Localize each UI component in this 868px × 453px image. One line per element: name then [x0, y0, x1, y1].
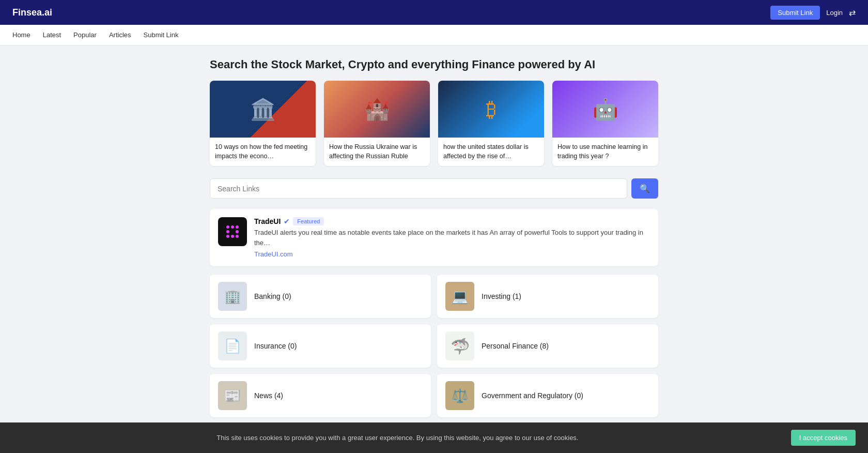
page-title: Search the Stock Market, Crypto and ever… — [210, 58, 658, 71]
category-img-banking: 🏢 — [218, 282, 247, 311]
svg-point-7 — [236, 235, 239, 238]
featured-logo — [218, 217, 247, 246]
category-banking[interactable]: 🏢 Banking (0) — [210, 275, 431, 318]
verified-icon: ✔ — [284, 217, 290, 225]
category-news[interactable]: 📰 News (4) — [210, 374, 431, 417]
article-title-0: 10 ways on how the fed meeting impacts t… — [215, 143, 311, 161]
category-insurance[interactable]: 📄 Insurance (0) — [210, 324, 431, 368]
category-img-investing: 💻 — [445, 282, 474, 311]
cookie-banner: This site uses cookies to provide you wi… — [0, 422, 868, 453]
article-image-0: 🏛️ — [210, 81, 316, 138]
featured-content: TradeUI ✔ Featured TradeUI alerts you re… — [254, 217, 650, 258]
article-image-3: 🤖 — [552, 81, 658, 138]
submit-link-button[interactable]: Submit Link — [770, 6, 820, 20]
categories-grid: 🏢 Banking (0) 💻 Investing (1) 📄 Insuranc… — [210, 275, 658, 417]
cookie-text: This site uses cookies to provide you wi… — [12, 434, 783, 442]
category-personal-finance[interactable]: 🦈 Personal Finance (8) — [437, 324, 658, 368]
nav-popular[interactable]: Popular — [73, 31, 97, 39]
featured-listing[interactable]: TradeUI ✔ Featured TradeUI alerts you re… — [210, 209, 658, 266]
category-investing[interactable]: 💻 Investing (1) — [437, 275, 658, 318]
main-content: Search the Stock Market, Crypto and ever… — [202, 46, 667, 453]
accept-cookies-button[interactable]: I accept cookies — [791, 430, 856, 446]
svg-point-6 — [231, 235, 234, 238]
category-government[interactable]: ⚖️ Government and Regulatory (0) — [437, 374, 658, 417]
article-card-2[interactable]: ₿ how the united states dollar is affect… — [438, 81, 544, 166]
nav-home[interactable]: Home — [12, 31, 30, 39]
article-card-0[interactable]: 🏛️ 10 ways on how the fed meeting impact… — [210, 81, 316, 166]
featured-desc: TradeUI alerts you real time as notable … — [254, 228, 650, 248]
nav-submit-link[interactable]: Submit Link — [144, 31, 179, 39]
svg-point-5 — [226, 235, 229, 238]
subnav: Home Latest Popular Articles Submit Link — [0, 25, 868, 46]
featured-badge: Featured — [293, 217, 324, 225]
topbar-right: Submit Link Login ⇄ — [770, 6, 856, 20]
featured-header: TradeUI ✔ Featured — [254, 217, 650, 225]
featured-link[interactable]: TradeUI.com — [254, 250, 293, 258]
svg-point-4 — [236, 230, 239, 233]
topbar: Finsea.ai Submit Link Login ⇄ — [0, 0, 868, 25]
login-button[interactable]: Login — [826, 9, 843, 17]
article-title-1: How the Russia Ukraine war is affecting … — [329, 143, 425, 161]
article-title-3: How to use machine learning in trading t… — [557, 143, 653, 161]
shuffle-icon[interactable]: ⇄ — [849, 8, 856, 18]
category-label-banking: Banking (0) — [254, 292, 291, 300]
article-title-2: how the united states dollar is affected… — [443, 143, 539, 161]
category-label-investing: Investing (1) — [482, 292, 521, 300]
category-label-government: Government and Regulatory (0) — [482, 391, 583, 400]
search-input[interactable] — [210, 178, 627, 199]
category-label-news: News (4) — [254, 391, 283, 400]
article-card-3[interactable]: 🤖 How to use machine learning in trading… — [552, 81, 658, 166]
svg-point-0 — [226, 225, 229, 229]
svg-point-1 — [231, 225, 234, 229]
svg-point-2 — [236, 225, 239, 229]
article-image-1: 🏰 — [324, 81, 430, 138]
search-button[interactable]: 🔍 — [631, 178, 658, 199]
category-img-insurance: 📄 — [218, 331, 247, 360]
nav-latest[interactable]: Latest — [43, 31, 61, 39]
site-logo: Finsea.ai — [12, 7, 52, 18]
article-card-1[interactable]: 🏰 How the Russia Ukraine war is affectin… — [324, 81, 430, 166]
category-img-news: 📰 — [218, 381, 247, 410]
nav-articles[interactable]: Articles — [109, 31, 131, 39]
articles-grid: 🏛️ 10 ways on how the fed meeting impact… — [210, 81, 658, 166]
svg-point-3 — [226, 230, 229, 233]
category-label-insurance: Insurance (0) — [254, 342, 297, 350]
featured-name: TradeUI — [254, 217, 281, 225]
category-img-government: ⚖️ — [445, 381, 474, 410]
article-image-2: ₿ — [438, 81, 544, 138]
category-label-personal: Personal Finance (8) — [482, 342, 549, 350]
category-img-personal: 🦈 — [445, 331, 474, 360]
search-bar: 🔍 — [210, 178, 658, 199]
